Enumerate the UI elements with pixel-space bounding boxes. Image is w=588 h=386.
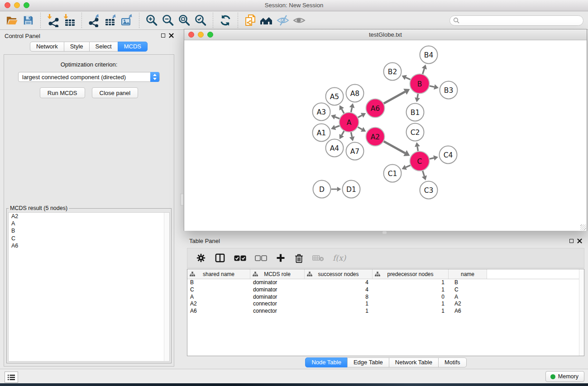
mcds-result-item[interactable]: C bbox=[9, 235, 169, 242]
table-row[interactable]: Bdominator41B bbox=[187, 279, 584, 286]
table-header-row: shared nameMCDS rolesuccessor nodesprede… bbox=[187, 269, 584, 279]
edge-C-C3[interactable] bbox=[423, 171, 425, 176]
column-type-icon bbox=[307, 272, 312, 276]
edge-B-B1[interactable] bbox=[417, 94, 418, 98]
task-history-button[interactable] bbox=[5, 372, 18, 383]
node-label-B4: B4 bbox=[424, 51, 434, 59]
fx-icon: f(x) bbox=[333, 253, 346, 262]
criterion-select[interactable]: largest connected component (directed) bbox=[18, 72, 160, 82]
close-panel-icon[interactable] bbox=[169, 33, 174, 38]
column-header-shared-name[interactable]: shared name bbox=[187, 269, 250, 279]
edge-B-B3[interactable] bbox=[430, 86, 434, 87]
memory-button[interactable]: Memory bbox=[545, 371, 584, 382]
node-label-C3: C3 bbox=[424, 186, 434, 195]
tab-motifs[interactable]: Motifs bbox=[438, 357, 467, 367]
column-header-predecessor-nodes[interactable]: predecessor nodes bbox=[373, 269, 449, 279]
edge-A6-B[interactable] bbox=[384, 92, 405, 104]
zoom-selected-icon bbox=[194, 14, 207, 27]
export-image-button[interactable] bbox=[119, 13, 135, 28]
network-window-titlebar[interactable]: testGlobe.txt bbox=[184, 29, 587, 40]
import-table-button[interactable] bbox=[61, 13, 77, 28]
houses-icon bbox=[259, 14, 274, 27]
edge-A2-C[interactable] bbox=[384, 141, 405, 153]
edge-A-A5[interactable] bbox=[342, 109, 344, 113]
edge-A-A8[interactable] bbox=[351, 108, 352, 112]
table-cell: 1 bbox=[373, 308, 449, 315]
edge-C-C1[interactable] bbox=[406, 165, 410, 167]
float-table-panel-icon[interactable] bbox=[569, 239, 574, 243]
edge-A-A4[interactable] bbox=[342, 131, 344, 135]
edge-A-A6[interactable] bbox=[358, 115, 362, 118]
mcds-result-item[interactable]: B bbox=[9, 227, 169, 234]
column-header-MCDS-role[interactable]: MCDS role bbox=[250, 269, 305, 279]
delete-table-button[interactable] bbox=[312, 254, 324, 262]
edge-A-A2[interactable] bbox=[358, 127, 362, 129]
float-panel-icon[interactable] bbox=[161, 33, 165, 38]
edge-B-B2[interactable] bbox=[406, 77, 410, 80]
tab-edge-table[interactable]: Edge Table bbox=[347, 357, 389, 367]
edge-A-A1[interactable] bbox=[335, 126, 339, 128]
tab-network-table[interactable]: Network Table bbox=[389, 357, 439, 367]
delete-columns-button[interactable] bbox=[294, 253, 304, 263]
toolbar-separator bbox=[81, 13, 82, 28]
vertical-splitter-grip[interactable] bbox=[180, 194, 184, 205]
open-session-button[interactable] bbox=[4, 13, 20, 28]
node-label-A7: A7 bbox=[350, 148, 359, 156]
run-mcds-button[interactable]: Run MCDS bbox=[40, 87, 85, 98]
table-cell: A2 bbox=[187, 300, 250, 308]
edge-B-B4[interactable] bbox=[423, 69, 425, 74]
show-hide-graphics-button[interactable] bbox=[275, 13, 291, 28]
create-column-button[interactable] bbox=[276, 253, 286, 263]
tab-node-table[interactable]: Node Table bbox=[305, 357, 348, 367]
zoom-out-button[interactable] bbox=[160, 13, 176, 28]
mcds-result-item[interactable]: A2 bbox=[9, 213, 169, 220]
edge-A-A7[interactable] bbox=[351, 132, 352, 137]
tab-select[interactable]: Select bbox=[89, 42, 118, 52]
column-header-successor-nodes[interactable]: successor nodes bbox=[305, 269, 373, 279]
table-settings-button[interactable] bbox=[196, 253, 206, 263]
edge-C-C2[interactable] bbox=[417, 147, 418, 151]
mcds-result-legend: MCDS result (5 nodes) bbox=[9, 205, 69, 211]
close-table-panel-icon[interactable] bbox=[577, 238, 582, 243]
first-neighbors-button[interactable] bbox=[258, 13, 275, 28]
table-row[interactable]: Cdominator41C bbox=[187, 286, 584, 294]
column-header-name[interactable]: name bbox=[449, 269, 487, 279]
export-network-button[interactable] bbox=[86, 13, 102, 28]
edge-A-A3[interactable] bbox=[335, 117, 339, 119]
table-cell: 0 bbox=[373, 294, 449, 301]
table-scrollbar[interactable] bbox=[579, 269, 584, 356]
import-network-button[interactable] bbox=[45, 13, 61, 28]
tab-network[interactable]: Network bbox=[30, 42, 64, 52]
zoom-selected-button[interactable] bbox=[192, 13, 209, 28]
mcds-result-list[interactable]: A2ABCA6 bbox=[8, 212, 170, 362]
function-builder-button[interactable]: f(x) bbox=[333, 253, 346, 262]
export-table-button[interactable] bbox=[102, 13, 119, 28]
zoom-in-button[interactable] bbox=[143, 13, 160, 28]
zoom-fit-button[interactable] bbox=[176, 13, 192, 28]
copy-style-button[interactable] bbox=[242, 13, 258, 28]
table-row[interactable]: A6connector11A6 bbox=[187, 308, 584, 315]
table-cell: 1 bbox=[373, 279, 449, 286]
column-type-icon bbox=[190, 272, 195, 276]
window-resize-grip[interactable] bbox=[580, 224, 586, 230]
mcds-list-scrollbar[interactable] bbox=[164, 213, 169, 361]
table-cell: A bbox=[449, 294, 487, 301]
tab-mcds[interactable]: MCDS bbox=[118, 42, 148, 52]
search-input[interactable] bbox=[449, 15, 583, 26]
deselect-all-rows-button[interactable] bbox=[255, 255, 267, 261]
table-row[interactable]: A2connector11A2 bbox=[187, 300, 584, 308]
mcds-result-item[interactable]: A6 bbox=[9, 242, 169, 249]
save-session-button[interactable] bbox=[20, 13, 36, 28]
network-canvas[interactable]: B4B2BB3A8A5A6A3B1AC2A1A2A4A7C4CC1C3DD1 bbox=[184, 40, 587, 231]
bird-eye-view-button[interactable] bbox=[291, 13, 307, 28]
mcds-result-item[interactable]: A bbox=[9, 220, 169, 227]
edge-C-C4[interactable] bbox=[430, 158, 434, 159]
table-panel: Table Panel bbox=[184, 235, 588, 369]
close-panel-button[interactable]: Close panel bbox=[92, 87, 139, 98]
horizontal-splitter-grip[interactable] bbox=[382, 231, 387, 234]
refresh-view-button[interactable] bbox=[217, 13, 234, 28]
split-view-button[interactable] bbox=[215, 253, 225, 263]
tab-style[interactable]: Style bbox=[64, 42, 90, 52]
select-all-rows-button[interactable] bbox=[234, 255, 246, 261]
table-row[interactable]: Adominator80A bbox=[187, 294, 584, 301]
